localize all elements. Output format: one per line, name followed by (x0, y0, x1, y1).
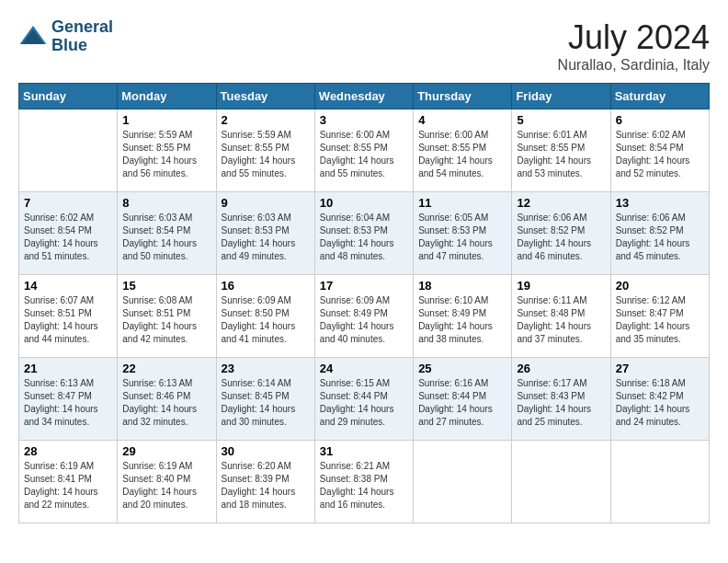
day-cell: 12Sunrise: 6:06 AM Sunset: 8:52 PM Dayli… (512, 192, 610, 275)
day-number: 11 (418, 196, 506, 210)
day-number: 29 (122, 444, 210, 458)
day-cell: 6Sunrise: 6:02 AM Sunset: 8:54 PM Daylig… (610, 109, 709, 192)
day-cell: 10Sunrise: 6:04 AM Sunset: 8:53 PM Dayli… (314, 192, 413, 275)
day-cell (19, 109, 118, 192)
day-cell: 26Sunrise: 6:17 AM Sunset: 8:43 PM Dayli… (512, 358, 610, 441)
day-info: Sunrise: 6:11 AM Sunset: 8:48 PM Dayligh… (517, 294, 605, 346)
day-info: Sunrise: 6:03 AM Sunset: 8:53 PM Dayligh… (222, 212, 310, 263)
day-cell: 11Sunrise: 6:05 AM Sunset: 8:53 PM Dayli… (414, 192, 512, 275)
day-info: Sunrise: 5:59 AM Sunset: 8:55 PM Dayligh… (222, 129, 310, 180)
day-number: 7 (24, 196, 112, 210)
day-info: Sunrise: 6:07 AM Sunset: 8:51 PM Dayligh… (24, 294, 112, 346)
header: General Blue July 2024 Nurallao, Sardini… (18, 18, 710, 74)
day-info: Sunrise: 5:59 AM Sunset: 8:55 PM Dayligh… (122, 129, 210, 180)
day-info: Sunrise: 6:03 AM Sunset: 8:54 PM Dayligh… (122, 212, 210, 263)
day-cell: 24Sunrise: 6:15 AM Sunset: 8:44 PM Dayli… (314, 358, 413, 441)
column-header-friday: Friday (512, 84, 610, 109)
logo: General Blue (18, 18, 113, 55)
column-header-tuesday: Tuesday (216, 84, 314, 109)
day-number: 27 (616, 362, 704, 375)
calendar-body: 1Sunrise: 5:59 AM Sunset: 8:55 PM Daylig… (19, 109, 710, 523)
day-cell: 16Sunrise: 6:09 AM Sunset: 8:50 PM Dayli… (216, 275, 314, 358)
day-number: 23 (222, 362, 310, 375)
day-cell: 15Sunrise: 6:08 AM Sunset: 8:51 PM Dayli… (118, 275, 216, 358)
day-info: Sunrise: 6:17 AM Sunset: 8:43 PM Dayligh… (517, 377, 605, 429)
day-cell: 22Sunrise: 6:13 AM Sunset: 8:46 PM Dayli… (118, 358, 216, 441)
day-cell: 4Sunrise: 6:00 AM Sunset: 8:55 PM Daylig… (414, 109, 512, 192)
column-header-wednesday: Wednesday (314, 84, 413, 109)
day-info: Sunrise: 6:06 AM Sunset: 8:52 PM Dayligh… (616, 212, 704, 263)
week-row-1: 7Sunrise: 6:02 AM Sunset: 8:54 PM Daylig… (19, 192, 710, 275)
day-number: 26 (517, 362, 605, 375)
day-info: Sunrise: 6:00 AM Sunset: 8:55 PM Dayligh… (418, 129, 506, 180)
day-info: Sunrise: 6:20 AM Sunset: 8:39 PM Dayligh… (222, 460, 310, 511)
day-cell (610, 441, 709, 523)
day-info: Sunrise: 6:04 AM Sunset: 8:53 PM Dayligh… (320, 212, 408, 263)
day-number: 12 (517, 196, 605, 210)
week-row-4: 28Sunrise: 6:19 AM Sunset: 8:41 PM Dayli… (19, 441, 710, 523)
day-cell: 28Sunrise: 6:19 AM Sunset: 8:41 PM Dayli… (19, 441, 118, 523)
day-cell: 2Sunrise: 5:59 AM Sunset: 8:55 PM Daylig… (216, 109, 314, 192)
day-info: Sunrise: 6:10 AM Sunset: 8:49 PM Dayligh… (418, 294, 506, 346)
day-info: Sunrise: 6:19 AM Sunset: 8:40 PM Dayligh… (122, 460, 210, 511)
day-number: 21 (24, 362, 112, 375)
day-number: 2 (222, 113, 310, 127)
day-info: Sunrise: 6:09 AM Sunset: 8:50 PM Dayligh… (222, 294, 310, 346)
day-cell (512, 441, 610, 523)
day-cell: 31Sunrise: 6:21 AM Sunset: 8:38 PM Dayli… (314, 441, 413, 523)
day-cell: 7Sunrise: 6:02 AM Sunset: 8:54 PM Daylig… (19, 192, 118, 275)
day-number: 28 (24, 444, 112, 458)
day-info: Sunrise: 6:00 AM Sunset: 8:55 PM Dayligh… (320, 129, 408, 180)
day-cell: 5Sunrise: 6:01 AM Sunset: 8:55 PM Daylig… (512, 109, 610, 192)
day-cell: 3Sunrise: 6:00 AM Sunset: 8:55 PM Daylig… (314, 109, 413, 192)
day-number: 4 (418, 113, 506, 127)
day-cell: 9Sunrise: 6:03 AM Sunset: 8:53 PM Daylig… (216, 192, 314, 275)
day-info: Sunrise: 6:19 AM Sunset: 8:41 PM Dayligh… (24, 460, 112, 511)
day-cell: 13Sunrise: 6:06 AM Sunset: 8:52 PM Dayli… (610, 192, 709, 275)
column-header-sunday: Sunday (19, 84, 118, 109)
day-info: Sunrise: 6:09 AM Sunset: 8:49 PM Dayligh… (320, 294, 408, 346)
location: Nurallao, Sardinia, Italy (558, 57, 710, 74)
week-row-3: 21Sunrise: 6:13 AM Sunset: 8:47 PM Dayli… (19, 358, 710, 441)
day-number: 3 (320, 113, 408, 127)
day-number: 8 (122, 196, 210, 210)
day-number: 14 (24, 279, 112, 293)
day-cell: 8Sunrise: 6:03 AM Sunset: 8:54 PM Daylig… (118, 192, 216, 275)
day-number: 20 (616, 279, 704, 293)
calendar-header: SundayMondayTuesdayWednesdayThursdayFrid… (19, 84, 710, 109)
logo-icon (18, 22, 48, 52)
column-header-monday: Monday (118, 84, 216, 109)
day-info: Sunrise: 6:13 AM Sunset: 8:46 PM Dayligh… (122, 377, 210, 429)
day-number: 19 (517, 279, 605, 293)
day-number: 15 (122, 279, 210, 293)
day-number: 22 (122, 362, 210, 375)
day-info: Sunrise: 6:14 AM Sunset: 8:45 PM Dayligh… (222, 377, 310, 429)
day-cell: 27Sunrise: 6:18 AM Sunset: 8:42 PM Dayli… (610, 358, 709, 441)
day-cell: 18Sunrise: 6:10 AM Sunset: 8:49 PM Dayli… (414, 275, 512, 358)
day-number: 25 (418, 362, 506, 375)
day-info: Sunrise: 6:12 AM Sunset: 8:47 PM Dayligh… (616, 294, 704, 346)
logo-text: General Blue (51, 18, 113, 55)
week-row-2: 14Sunrise: 6:07 AM Sunset: 8:51 PM Dayli… (19, 275, 710, 358)
day-cell: 25Sunrise: 6:16 AM Sunset: 8:44 PM Dayli… (414, 358, 512, 441)
day-info: Sunrise: 6:02 AM Sunset: 8:54 PM Dayligh… (616, 129, 704, 180)
day-info: Sunrise: 6:06 AM Sunset: 8:52 PM Dayligh… (517, 212, 605, 263)
day-info: Sunrise: 6:02 AM Sunset: 8:54 PM Dayligh… (24, 212, 112, 263)
column-header-thursday: Thursday (414, 84, 512, 109)
day-number: 9 (222, 196, 310, 210)
day-cell: 14Sunrise: 6:07 AM Sunset: 8:51 PM Dayli… (19, 275, 118, 358)
day-info: Sunrise: 6:21 AM Sunset: 8:38 PM Dayligh… (320, 460, 408, 511)
month-year: July 2024 (558, 18, 710, 57)
day-number: 5 (517, 113, 605, 127)
day-number: 17 (320, 279, 408, 293)
day-info: Sunrise: 6:13 AM Sunset: 8:47 PM Dayligh… (24, 377, 112, 429)
week-row-0: 1Sunrise: 5:59 AM Sunset: 8:55 PM Daylig… (19, 109, 710, 192)
title-section: July 2024 Nurallao, Sardinia, Italy (558, 18, 710, 74)
day-number: 6 (616, 113, 704, 127)
day-cell: 20Sunrise: 6:12 AM Sunset: 8:47 PM Dayli… (610, 275, 709, 358)
day-cell: 30Sunrise: 6:20 AM Sunset: 8:39 PM Dayli… (216, 441, 314, 523)
calendar: SundayMondayTuesdayWednesdayThursdayFrid… (18, 83, 710, 523)
day-info: Sunrise: 6:05 AM Sunset: 8:53 PM Dayligh… (418, 212, 506, 263)
day-number: 18 (418, 279, 506, 293)
day-cell: 21Sunrise: 6:13 AM Sunset: 8:47 PM Dayli… (19, 358, 118, 441)
